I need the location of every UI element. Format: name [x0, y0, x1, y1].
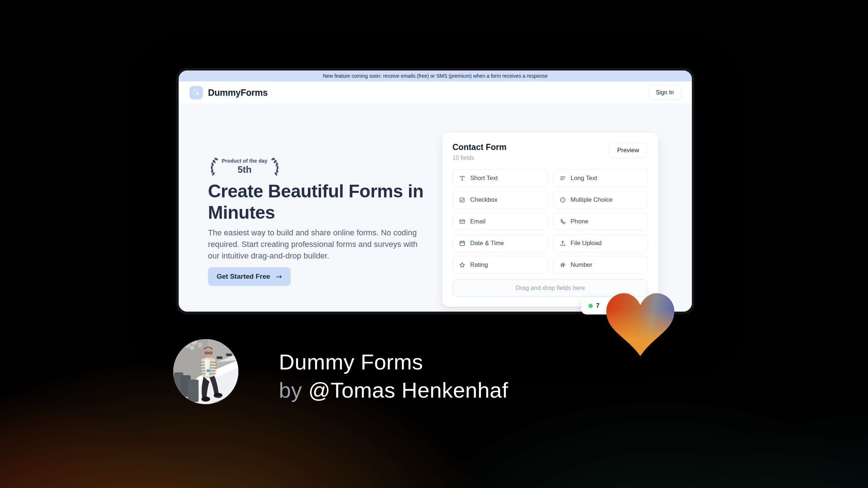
phone-icon [559, 218, 566, 225]
star-icon [459, 261, 466, 269]
green-dot-icon [588, 304, 593, 308]
site-header: DummyForms Sign In [179, 81, 692, 104]
field-number[interactable]: Number [553, 256, 648, 274]
field-label: Number [571, 261, 592, 269]
calendar-icon [459, 240, 466, 247]
upload-icon [559, 240, 566, 247]
award-rank: 5th [222, 164, 268, 175]
field-multiple-choice[interactable]: Multiple Choice [553, 191, 648, 209]
email-icon [459, 218, 466, 225]
byline-prefix: by [279, 378, 309, 402]
award-text: Product of the day 5th [222, 158, 268, 175]
field-label: Phone [571, 218, 588, 225]
gradient-heart-icon [606, 293, 675, 356]
footer-byline: by @Tomas Henkenhaf [279, 376, 508, 404]
announcement-text: New feature coming soon: receive emails … [323, 73, 548, 79]
panel-header: Contact Form 10 fields Preview [452, 142, 648, 161]
status-value: 7 [596, 302, 599, 309]
get-started-label: Get Started Free [217, 273, 270, 281]
radio-icon [559, 196, 566, 204]
long-text-icon [559, 175, 566, 182]
field-checkbox[interactable]: Checkbox [452, 191, 548, 209]
laurel-right-icon [271, 156, 281, 177]
field-label: Checkbox [470, 196, 498, 204]
field-email[interactable]: Email [452, 213, 548, 231]
field-label: Email [470, 218, 486, 225]
get-started-button[interactable]: Get Started Free → [208, 267, 291, 286]
product-of-the-day-badge: Product of the day 5th [208, 156, 281, 177]
author-avatar [173, 339, 238, 404]
preview-button[interactable]: Preview [608, 142, 648, 158]
hero-section: Product of the day 5th Create Beautiful … [179, 104, 692, 312]
field-label: Long Text [571, 175, 597, 182]
field-short-text[interactable]: Short Text [452, 169, 548, 187]
field-count: 10 fields [452, 155, 507, 161]
dummyforms-page: New feature coming soon: receive emails … [179, 70, 692, 312]
field-phone[interactable]: Phone [553, 213, 648, 231]
author-handle: @Tomas Henkenhaf [309, 378, 509, 402]
field-date-time[interactable]: Date & Time [452, 234, 548, 252]
hero-headline: Create Beautiful Forms in Minutes [208, 181, 439, 223]
field-rating[interactable]: Rating [452, 256, 548, 274]
field-label: Short Text [470, 175, 498, 182]
dropzone-text: Drag and drop fields here [516, 284, 585, 292]
avatar-photo-illustration [173, 339, 238, 404]
form-builder-panel: Contact Form 10 fields Preview Short Tex… [442, 133, 658, 307]
hash-icon [559, 261, 566, 269]
field-label: File Upload [571, 240, 602, 247]
form-title: Contact Form [452, 142, 507, 152]
field-file-upload[interactable]: File Upload [553, 234, 648, 252]
checkbox-icon [459, 196, 466, 204]
sign-in-button[interactable]: Sign In [648, 85, 681, 100]
brand-name[interactable]: DummyForms [208, 87, 268, 98]
arrow-right-icon: → [276, 272, 282, 281]
award-title: Product of the day [222, 158, 268, 164]
field-palette: Short Text Long Text Checkbox [452, 169, 648, 274]
field-label: Rating [470, 261, 488, 269]
hero-subtext: The easiest way to build and share onlin… [208, 227, 420, 262]
panel-titles: Contact Form 10 fields [452, 142, 507, 161]
laurel-left-icon [208, 156, 219, 177]
field-long-text[interactable]: Long Text [553, 169, 648, 187]
footer-caption: Dummy Forms by @Tomas Henkenhaf [279, 348, 508, 404]
footer-title: Dummy Forms [279, 348, 508, 376]
brand-logo[interactable] [190, 86, 203, 99]
announcement-banner: New feature coming soon: receive emails … [179, 70, 692, 81]
field-label: Date & Time [470, 240, 504, 247]
browser-window: New feature coming soon: receive emails … [176, 68, 694, 314]
field-label: Multiple Choice [571, 196, 613, 204]
short-text-icon [459, 175, 466, 182]
dashed-select-cursor-icon [192, 88, 201, 97]
